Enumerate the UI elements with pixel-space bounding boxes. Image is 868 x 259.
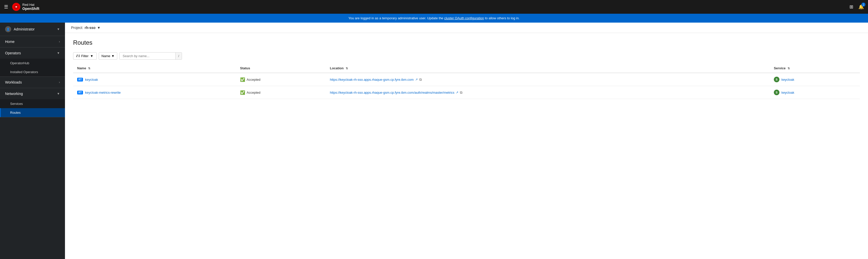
table-row: RT keycloak ✅ Accepted https://keycloak-…	[73, 73, 860, 86]
route-name-link[interactable]: keycloak	[85, 78, 98, 82]
name-sort-icon[interactable]: ⇅	[88, 67, 90, 70]
sidebar-home[interactable]: Home ›	[0, 36, 65, 47]
sidebar-item-routes[interactable]: Routes	[0, 108, 65, 117]
top-navigation: ☰ Red Hat OpenShift ⊞ 🔔 2	[0, 0, 868, 14]
sidebar-workloads[interactable]: Workloads ›	[0, 77, 65, 88]
service-sort-icon[interactable]: ⇅	[787, 67, 790, 70]
service-badge: S	[774, 90, 779, 95]
location-cell: https://keycloak-rh-sso.apps.rhaque-gsm.…	[330, 90, 766, 95]
rt-badge: RT	[77, 78, 83, 82]
admin-icon: 👤	[5, 26, 11, 32]
sidebar: 👤 Administrator ▼ Home › Operators ▼	[0, 23, 65, 259]
table-header: Name ⇅ Status Location ⇅ Service ⇅	[73, 64, 860, 73]
col-service: Service ⇅	[770, 64, 860, 73]
col-name: Name ⇅	[73, 64, 236, 73]
bell-icon[interactable]: 🔔 2	[858, 4, 864, 10]
location-sort-icon[interactable]: ⇅	[346, 67, 348, 70]
sidebar-section-workloads: Workloads ›	[0, 77, 65, 88]
info-banner: You are logged in as a temporary adminis…	[0, 14, 868, 23]
grid-icon[interactable]: ⊞	[849, 4, 853, 10]
rt-badge: RT	[77, 91, 83, 94]
sidebar-operators[interactable]: Operators ▼	[0, 48, 65, 59]
project-dropdown-icon: ▼	[97, 26, 100, 30]
search-input[interactable]	[120, 53, 175, 59]
main-layout: 👤 Administrator ▼ Home › Operators ▼	[0, 23, 868, 259]
brand-text: Red Hat OpenShift	[22, 3, 39, 11]
networking-submenu: Services Routes	[0, 99, 65, 117]
accepted-icon: ✅	[240, 90, 245, 95]
brand-logo	[12, 3, 20, 11]
sidebar-section-admin: 👤 Administrator ▼	[0, 23, 65, 36]
copy-icon[interactable]: ⧉	[460, 90, 462, 95]
service-badge: S	[774, 77, 779, 82]
service-link[interactable]: keycloak	[781, 91, 795, 94]
route-name-link[interactable]: keycloak-metrics-rewrite	[85, 91, 121, 94]
location-link[interactable]: https://keycloak-rh-sso.apps.rhaque-gsm.…	[330, 78, 414, 82]
location-link[interactable]: https://keycloak-rh-sso.apps.rhaque-gsm.…	[330, 91, 455, 94]
service-link[interactable]: keycloak	[781, 78, 795, 82]
sidebar-networking[interactable]: Networking ▼	[0, 88, 65, 99]
sidebar-item-installed-operators[interactable]: Installed Operators	[0, 67, 65, 77]
name-select[interactable]: Name ▼	[99, 52, 118, 60]
service-cell: S keycloak	[774, 90, 856, 95]
project-name: rh-sso	[85, 26, 95, 30]
status-cell: ✅ Accepted	[240, 90, 322, 95]
filter-button[interactable]: ⛙ Filter ▼	[73, 52, 97, 60]
sidebar-admin[interactable]: 👤 Administrator ▼	[0, 23, 65, 36]
location-cell: https://keycloak-rh-sso.apps.rhaque-gsm.…	[330, 78, 766, 82]
filter-dropdown-icon: ▼	[90, 54, 93, 58]
operators-chevron: ▼	[57, 51, 60, 55]
toolbar: ⛙ Filter ▼ Name ▼ /	[73, 52, 860, 60]
search-container: /	[119, 52, 182, 60]
home-chevron: ›	[59, 40, 60, 44]
name-cell: RT keycloak-metrics-rewrite	[77, 91, 232, 94]
search-slash: /	[175, 53, 182, 59]
operators-submenu: OperatorHub Installed Operators	[0, 59, 65, 77]
admin-chevron: ▼	[57, 27, 60, 31]
status-text: Accepted	[247, 91, 260, 94]
bell-badge: 2	[861, 3, 865, 7]
brand: Red Hat OpenShift	[12, 3, 39, 11]
table-row: RT keycloak-metrics-rewrite ✅ Accepted h…	[73, 86, 860, 99]
networking-chevron: ▼	[57, 92, 60, 95]
status-cell: ✅ Accepted	[240, 77, 322, 82]
project-selector[interactable]: Project: rh-sso ▼	[71, 26, 100, 30]
routes-table: Name ⇅ Status Location ⇅ Service ⇅	[73, 64, 860, 99]
oauth-config-link[interactable]: cluster OAuth configuration	[444, 16, 484, 20]
sidebar-item-services[interactable]: Services	[0, 99, 65, 108]
nav-left: ☰ Red Hat OpenShift	[4, 3, 39, 11]
accepted-icon: ✅	[240, 77, 245, 82]
hamburger-icon[interactable]: ☰	[4, 4, 8, 10]
name-chevron: ▼	[111, 54, 115, 58]
status-text: Accepted	[247, 78, 260, 82]
col-status: Status	[236, 64, 326, 73]
table-body: RT keycloak ✅ Accepted https://keycloak-…	[73, 73, 860, 99]
name-cell: RT keycloak	[77, 78, 232, 82]
main-content: Project: rh-sso ▼ Routes ⛙ Filter ▼ Name…	[65, 23, 868, 259]
external-link-icon[interactable]: ↗	[456, 91, 458, 94]
service-cell: S keycloak	[774, 77, 856, 82]
external-link-icon[interactable]: ↗	[415, 78, 418, 81]
project-bar: Project: rh-sso ▼	[65, 23, 868, 33]
page-title: Routes	[73, 39, 860, 46]
workloads-chevron: ›	[59, 81, 60, 84]
filter-icon: ⛙	[76, 54, 80, 58]
sidebar-item-operatorhub[interactable]: OperatorHub	[0, 59, 65, 67]
sidebar-section-home: Home ›	[0, 36, 65, 48]
col-location: Location ⇅	[326, 64, 770, 73]
sidebar-section-networking: Networking ▼ Services Routes	[0, 88, 65, 117]
copy-icon[interactable]: ⧉	[419, 78, 422, 82]
sidebar-section-operators: Operators ▼ OperatorHub Installed Operat…	[0, 48, 65, 77]
page-content: Routes ⛙ Filter ▼ Name ▼ /	[65, 33, 868, 105]
nav-right: ⊞ 🔔 2	[849, 4, 864, 10]
